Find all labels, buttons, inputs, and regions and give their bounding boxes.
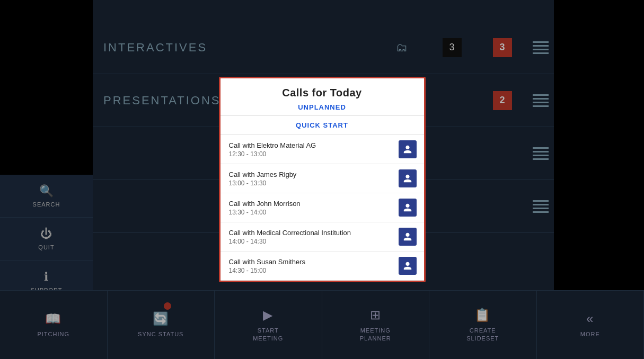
call-time: 13:30 - 14:00 bbox=[229, 209, 399, 216]
call-info: Call with James Rigby 13:00 - 13:30 bbox=[229, 170, 399, 187]
call-title: Call with Medical Correctional Instituti… bbox=[229, 229, 399, 237]
call-info: Call with John Morrison 13:30 - 14:00 bbox=[229, 200, 399, 216]
call-time: 14:00 - 14:30 bbox=[229, 238, 399, 245]
quick-start-button[interactable]: QUICK START bbox=[220, 116, 424, 135]
call-item[interactable]: Call with Elektro Material AG 12:30 - 13… bbox=[220, 135, 424, 164]
contact-icon[interactable] bbox=[399, 199, 417, 217]
call-time: 13:00 - 13:30 bbox=[229, 180, 399, 187]
contact-icon[interactable] bbox=[399, 228, 417, 246]
call-item[interactable]: Call with James Rigby 13:00 - 13:30 bbox=[220, 164, 424, 193]
contact-icon[interactable] bbox=[399, 140, 417, 158]
call-info: Call with Elektro Material AG 12:30 - 13… bbox=[229, 141, 399, 158]
call-item[interactable]: Call with Medical Correctional Instituti… bbox=[220, 222, 424, 252]
unplanned-button[interactable]: UNPLANNED bbox=[220, 99, 424, 116]
call-title: Call with Susan Smithers bbox=[229, 258, 399, 266]
calls-for-today-modal: Calls for Today UNPLANNED QUICK START Ca… bbox=[219, 77, 426, 282]
call-info: Call with Medical Correctional Instituti… bbox=[229, 229, 399, 245]
call-title: Call with John Morrison bbox=[229, 200, 399, 208]
call-item[interactable]: Call with Susan Smithers 14:30 - 15:00 bbox=[220, 252, 424, 281]
contact-icon[interactable] bbox=[399, 257, 417, 275]
modal-title: Calls for Today bbox=[220, 78, 424, 99]
modal-overlay: Calls for Today UNPLANNED QUICK START Ca… bbox=[0, 0, 644, 359]
call-list: Call with Elektro Material AG 12:30 - 13… bbox=[220, 135, 424, 281]
call-title: Call with James Rigby bbox=[229, 170, 399, 178]
call-time: 14:30 - 15:00 bbox=[229, 267, 399, 274]
call-info: Call with Susan Smithers 14:30 - 15:00 bbox=[229, 258, 399, 274]
call-title: Call with Elektro Material AG bbox=[229, 141, 399, 149]
contact-icon[interactable] bbox=[399, 169, 417, 187]
call-item[interactable]: Call with John Morrison 13:30 - 14:00 bbox=[220, 193, 424, 222]
call-time: 12:30 - 13:00 bbox=[229, 150, 399, 158]
